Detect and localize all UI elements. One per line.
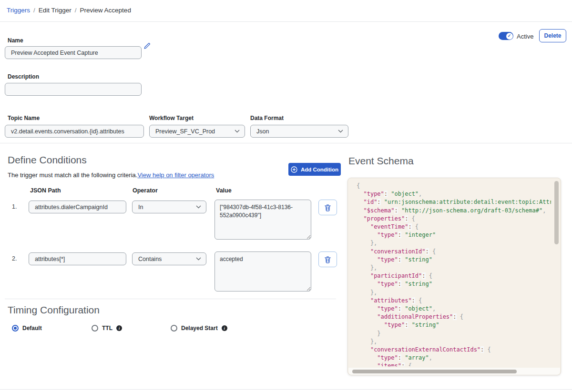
conditions-subtitle: The trigger must match all the following…	[8, 171, 214, 179]
column-header-operator: Operator	[133, 187, 158, 194]
chevron-down-icon	[235, 130, 240, 133]
data-format-label: Data Format	[250, 115, 284, 121]
name-input[interactable]	[5, 46, 142, 59]
description-input[interactable]	[5, 83, 142, 96]
timing-option-ttl[interactable]: TTL i	[92, 325, 122, 332]
timing-configuration-heading: Timing Configuration	[8, 304, 100, 316]
value-textarea-2[interactable]: accepted	[214, 251, 311, 291]
timing-option-delayed-start[interactable]: Delayed Start i	[171, 325, 227, 332]
topic-name-input[interactable]	[5, 125, 144, 138]
delete-button[interactable]: Delete	[539, 29, 566, 42]
define-conditions-heading: Define Conditions	[8, 154, 87, 166]
breadcrumb-triggers-link[interactable]: Triggers	[7, 7, 30, 14]
radio-unselected-icon[interactable]	[171, 325, 177, 332]
info-icon[interactable]: i	[116, 325, 122, 331]
add-condition-label: Add Condition	[301, 167, 338, 172]
edit-name-pencil-icon[interactable]	[143, 42, 151, 50]
horizontal-scrollbar-track	[348, 368, 560, 375]
operator-value-2: Contains	[138, 256, 162, 262]
value-textarea-1[interactable]: ["984307db-4f58-41c3-8136-552a0900c439"]	[214, 200, 311, 240]
timing-option-label: TTL	[102, 325, 112, 332]
operator-select-1[interactable]: In	[132, 201, 206, 213]
chevron-down-icon	[196, 205, 201, 209]
toggle-check-icon: ✓	[506, 33, 513, 40]
timing-option-default[interactable]: Default	[12, 325, 42, 332]
breadcrumb-current-page: Preview Accepted	[80, 7, 131, 14]
info-icon[interactable]: i	[222, 325, 227, 331]
add-condition-button[interactable]: Add Condition	[288, 163, 341, 176]
horizontal-scrollbar-thumb[interactable]	[352, 370, 517, 373]
breadcrumb-separator: /	[75, 7, 77, 14]
topic-name-label: Topic Name	[8, 115, 40, 121]
delete-condition-button-2[interactable]	[318, 251, 337, 267]
delete-condition-button-1[interactable]	[318, 200, 337, 215]
plus-circle-icon	[291, 166, 297, 173]
section-divider	[0, 143, 572, 143]
breadcrumb: Triggers/Edit Trigger/Preview Accepted	[7, 7, 131, 14]
description-label: Description	[8, 73, 39, 80]
chevron-down-icon	[196, 257, 201, 261]
data-format-value: Json	[256, 128, 269, 135]
footer-divider	[0, 389, 572, 390]
workflow-target-value: Preview_SF_VC_Prod	[155, 128, 215, 135]
json-path-input-2[interactable]	[29, 252, 126, 265]
workflow-target-select[interactable]: Preview_SF_VC_Prod	[149, 125, 245, 138]
condition-row-index: 2.	[12, 255, 17, 262]
breadcrumb-edit-trigger: Edit Trigger	[39, 7, 72, 14]
chevron-down-icon	[338, 130, 343, 133]
active-toggle-label: Active	[517, 33, 533, 40]
operator-value-1: In	[138, 204, 143, 211]
name-label: Name	[8, 37, 23, 44]
radio-unselected-icon[interactable]	[92, 325, 98, 332]
workflow-target-label: Workflow Target	[149, 115, 194, 121]
active-toggle[interactable]: ✓	[499, 32, 513, 40]
json-path-input-1[interactable]	[29, 201, 126, 213]
column-header-value: Value	[216, 187, 232, 194]
header-divider	[0, 21, 572, 22]
event-schema-panel: { "type": "object", "id": "urn:jsonschem…	[347, 178, 561, 375]
timing-divider	[5, 299, 336, 299]
breadcrumb-separator: /	[33, 7, 35, 14]
vertical-scrollbar-thumb[interactable]	[554, 181, 559, 244]
timing-option-label: Delayed Start	[181, 325, 218, 332]
conditions-subtitle-text: The trigger must match all the following…	[8, 171, 137, 179]
event-schema-heading: Event Schema	[348, 155, 414, 167]
data-format-select[interactable]: Json	[250, 125, 348, 138]
schema-code: { "type": "object", "id": "urn:jsonschem…	[357, 182, 551, 366]
trash-icon	[324, 204, 331, 211]
column-header-json-path: JSON Path	[30, 187, 61, 194]
radio-selected-icon[interactable]	[12, 325, 19, 332]
operator-select-2[interactable]: Contains	[132, 252, 206, 265]
condition-row-index: 1.	[12, 203, 17, 210]
trigger-edit-page: Triggers/Edit Trigger/Preview Accepted ✓…	[0, 0, 572, 392]
filter-operators-help-link[interactable]: View help on filter operators	[137, 171, 214, 179]
timing-option-label: Default	[22, 325, 42, 332]
trash-icon	[324, 256, 331, 263]
